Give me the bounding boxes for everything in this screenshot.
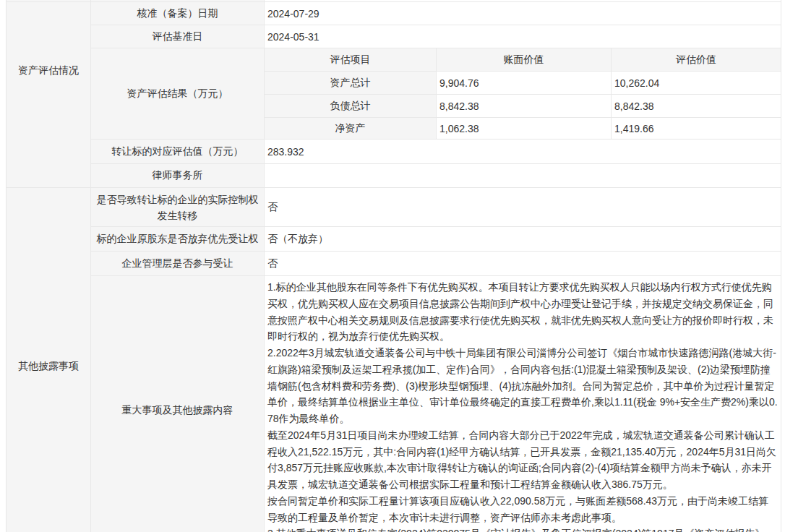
cell-waive-right-value: 否（不放弃）	[265, 227, 781, 252]
eval-cell-total-assets-book: 9,904.76	[437, 72, 612, 95]
row-label-law-firm: 律师事务所	[91, 164, 265, 188]
eval-cell-total-liabilities-eval: 8,842.38	[612, 95, 781, 118]
major-items-paragraph-3: 截至2024年5月31日项目尚未办理竣工结算，合同内容大部分已于2022年完成，…	[267, 427, 778, 493]
table-row: 标的企业原股东是否放弃优先受让权 否（不放弃）	[7, 227, 781, 252]
table-row: 律师事务所	[7, 164, 781, 188]
table-row: 重大事项及其他披露内容 1.标的企业其他股东在同等条件下有优先购买权。本项目转让…	[7, 276, 781, 532]
row-label-transfer-eval: 转让标的对应评估值（万元）	[91, 140, 265, 164]
section-label-text: 其他披露事项	[18, 360, 79, 372]
eval-row-label-net-assets: 净资产	[265, 118, 437, 140]
cell-base-date-value: 2024-05-31	[265, 25, 781, 48]
major-items-paragraph-4: 按合同暂定单价和实际工程量计算该项目应确认收入22,090.58万元，与账面差额…	[267, 493, 778, 526]
table-row: 企业管理层是否参与受让 否	[7, 252, 781, 276]
eval-header-eval-value: 评估价值	[612, 48, 781, 72]
table-row: 资产评估情况 核准（备案）日期 2024-07-29	[7, 2, 781, 25]
disclosure-table: 资产评估情况 核准（备案）日期 2024-07-29 评估基准日 2024-05…	[6, 0, 781, 532]
cell-mgmt-participate-value: 否	[265, 252, 781, 276]
eval-cell-net-assets-book: 1,062.38	[437, 118, 612, 140]
eval-cell-total-liabilities-book: 8,842.38	[437, 95, 612, 118]
eval-header-book-value: 账面价值	[437, 48, 612, 72]
cell-law-firm-value	[265, 164, 781, 188]
section-label-other-disclosures: 其他披露事项	[7, 188, 91, 532]
section-label-asset-evaluation: 资产评估情况	[7, 2, 91, 188]
cell-approval-date-value: 2024-07-29	[265, 2, 781, 25]
table-row: 其他披露事项 是否导致转让标的企业的实际控制权发生转移 否	[7, 188, 781, 227]
row-label-eval-result: 资产评估结果（万元）	[91, 48, 265, 140]
eval-row-label-total-liabilities: 负债总计	[265, 95, 437, 118]
row-label-base-date: 评估基准日	[91, 25, 265, 48]
row-label-approval-date: 核准（备案）日期	[91, 2, 265, 25]
eval-cell-net-assets-eval: 1,419.66	[612, 118, 781, 140]
cell-control-change-value: 否	[265, 188, 781, 227]
table-row: 转让标的对应评估值（万元） 283.932	[7, 140, 781, 164]
asset-evaluation-disclosure-page: 资产评估情况 核准（备案）日期 2024-07-29 评估基准日 2024-05…	[0, 0, 785, 532]
row-label-control-change: 是否导致转让标的企业的实际控制权发生转移	[91, 188, 265, 227]
section-label-text: 资产评估情况	[18, 64, 79, 77]
cell-major-items-content: 1.标的企业其他股东在同等条件下有优先购买权。本项目转让方要求优先购买权人只能以…	[265, 276, 781, 532]
major-items-paragraph-2: 2.2022年3月城宏轨道交通装备公司与中铁十局集团有限公司淄博分公司签订《烟台…	[267, 345, 778, 427]
row-label-major-items: 重大事项及其他披露内容	[91, 276, 265, 532]
major-items-paragraph-5: 3.其他重大事项详见和信专字(2024)第030075号《审计报告》及鲁正信评报…	[267, 525, 778, 532]
cell-transfer-eval-value: 283.932	[265, 140, 781, 164]
eval-cell-total-assets-eval: 10,262.04	[612, 72, 781, 95]
major-items-paragraph-1: 1.标的企业其他股东在同等条件下有优先购买权。本项目转让方要求优先购买权人只能以…	[267, 279, 778, 345]
table-row: 资产评估结果（万元） 评估项目 账面价值 评估价值	[7, 48, 781, 72]
table-row: 评估基准日 2024-05-31	[7, 25, 781, 48]
row-label-waive-right: 标的企业原股东是否放弃优先受让权	[91, 227, 265, 252]
eval-header-item: 评估项目	[265, 48, 437, 72]
row-label-mgmt-participate: 企业管理层是否参与受让	[91, 252, 265, 276]
eval-row-label-total-assets: 资产总计	[265, 72, 437, 95]
